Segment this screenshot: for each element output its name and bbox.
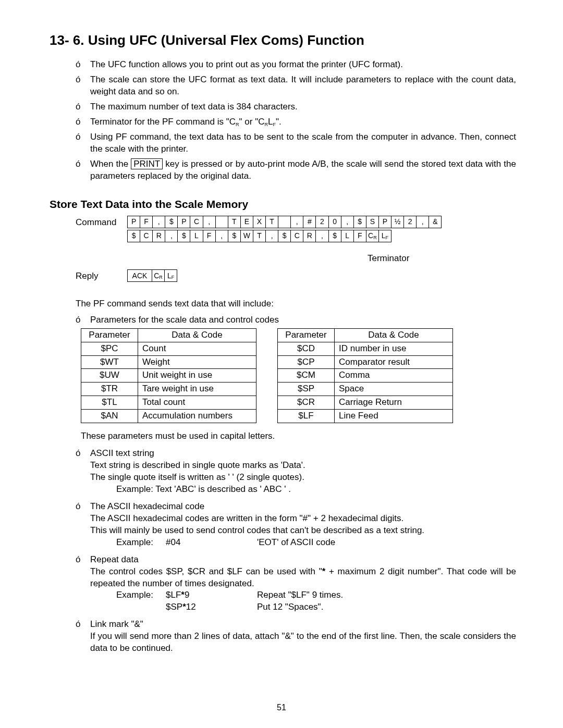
command-label: Command	[76, 216, 128, 229]
section-heading-store: Store Text Data into the Scale Memory	[50, 197, 516, 212]
cmd-cell	[278, 216, 291, 228]
param-desc: Unit weight in use	[138, 369, 256, 382]
intro-item: The maximum number of text data is 384 c…	[90, 101, 516, 113]
cmd-cell: ,	[341, 216, 354, 228]
cmd-cell: F	[203, 230, 216, 242]
cmd-cell: X	[253, 216, 266, 228]
cmd-cell: ,	[165, 230, 178, 242]
param-code: $UW	[81, 369, 138, 382]
bullet-mark: ó	[76, 101, 90, 113]
table-header: Data & Code	[138, 328, 256, 342]
cmd-cell: C	[190, 216, 203, 228]
ascii-block: ASCII text string Text string is describ…	[90, 448, 516, 496]
cmd-cell: ,	[215, 230, 228, 242]
intro-item: The UFC function allows you to print out…	[90, 59, 516, 71]
cmd-cell: ,	[290, 216, 303, 228]
params-intro: Parameters for the scale data and contro…	[90, 314, 516, 326]
cmd-cell: $	[165, 216, 178, 228]
cmd-cell: ,	[265, 230, 278, 242]
reply-cell: LF	[164, 269, 177, 282]
cmd-cell: T	[228, 216, 241, 228]
pf-sends-text: The PF command sends text data that will…	[76, 298, 516, 310]
param-desc: Count	[138, 342, 256, 355]
param-code: $CM	[278, 369, 335, 382]
cmd-cell: F	[140, 216, 153, 228]
cmd-cell: T	[253, 230, 266, 242]
cmd-cell: ,	[203, 216, 216, 228]
caps-note: These parameters must be used in capital…	[81, 430, 516, 442]
cmd-cell: $	[228, 230, 241, 242]
table-header: Data & Code	[335, 328, 453, 342]
link-block: Link mark "&" If you will send more than…	[90, 619, 516, 655]
reply-cells: ACKCRLF	[128, 269, 177, 282]
cmd-cell: T	[265, 216, 278, 228]
bullet-mark: ó	[76, 131, 90, 155]
intro-item-terminator: Terminator for the PF command is "CR" or…	[90, 116, 516, 128]
cmd-cell: $	[278, 230, 291, 242]
reply-label: Reply	[76, 269, 128, 282]
param-code: $LF	[278, 410, 335, 423]
cmd-cell: $	[353, 216, 366, 228]
cmd-cell: C	[140, 230, 153, 242]
cmd-cell: E	[240, 216, 253, 228]
cmd-cell: L	[341, 230, 354, 242]
intro-item: The scale can store the UFC format as te…	[90, 74, 516, 98]
param-code: $CP	[278, 355, 335, 369]
table-header: Parameter	[81, 328, 138, 342]
param-desc: Carriage Return	[335, 396, 453, 410]
cmd-cell: W	[240, 230, 253, 242]
cmd-cell: P	[177, 216, 190, 228]
intro-item-print: When the PRINT key is pressed or by auto…	[90, 158, 516, 182]
hex-block: The ASCII hexadecimal code The ASCII hex…	[90, 501, 516, 549]
param-desc: Comparator result	[335, 355, 453, 369]
cmd-cell: $	[177, 230, 190, 242]
cmd-cell: &	[429, 216, 442, 228]
param-desc: Total count	[138, 396, 256, 410]
cmd-cell: L	[190, 230, 203, 242]
param-desc: ID number in use	[335, 342, 453, 355]
param-code: $TR	[81, 382, 138, 396]
cmd-cell: #	[303, 216, 316, 228]
cmd-cell: R	[303, 230, 316, 242]
param-code: $AN	[81, 410, 138, 423]
param-desc: Weight	[138, 355, 256, 369]
param-desc: Space	[335, 382, 453, 396]
cmd-cell: 2	[403, 216, 417, 228]
param-code: $CR	[278, 396, 335, 410]
page-title: 13- 6. Using UFC (Universal Flex Coms) F…	[50, 31, 516, 50]
parameter-table-left: ParameterData & Code $PCCount$WTWeight$U…	[81, 328, 256, 424]
intro-list: ó The UFC function allows you to print o…	[76, 59, 516, 182]
cmd-cell: $	[127, 230, 140, 242]
param-desc: Tare weight in use	[138, 382, 256, 396]
cmd-cell: S	[366, 216, 379, 228]
command-row-1: PF,$PC,TEXT,#20,$SP½2,&	[128, 216, 442, 228]
param-desc: Line Feed	[335, 410, 453, 423]
cmd-cell: 2	[315, 216, 328, 228]
bullet-mark: ó	[76, 116, 90, 128]
terminator-label: Terminator	[368, 253, 409, 265]
bullet-mark: ó	[76, 59, 90, 71]
cmd-cell: ½	[391, 216, 404, 228]
print-key: PRINT	[131, 158, 163, 169]
cmd-cell: F	[353, 230, 366, 242]
reply-cell: ACK	[127, 269, 152, 282]
cmd-cell: ,	[315, 230, 328, 242]
cmd-cell: ,	[152, 216, 165, 228]
bullet-mark: ó	[76, 74, 90, 98]
param-code: $CD	[278, 342, 335, 355]
parameter-table-right: ParameterData & Code $CDID number in use…	[277, 328, 453, 424]
cmd-cell: ,	[416, 216, 429, 228]
cmd-cell: P	[127, 216, 140, 228]
intro-item: Using PF command, the text data has to b…	[90, 131, 516, 155]
param-code: $TL	[81, 396, 138, 410]
repeat-block: Repeat data The control codes $SP, $CR a…	[90, 554, 516, 614]
bullet-mark: ó	[76, 158, 90, 182]
page-number: 51	[0, 702, 563, 713]
param-desc: Accumulation numbers	[138, 410, 256, 423]
param-desc: Comma	[335, 369, 453, 382]
cmd-cell	[215, 216, 228, 228]
command-row-2: $CR,$LF,$WT,$CR,$LFCRLF	[128, 230, 391, 242]
cmd-cell: $	[328, 230, 341, 242]
param-code: $PC	[81, 342, 138, 355]
table-header: Parameter	[278, 328, 335, 342]
